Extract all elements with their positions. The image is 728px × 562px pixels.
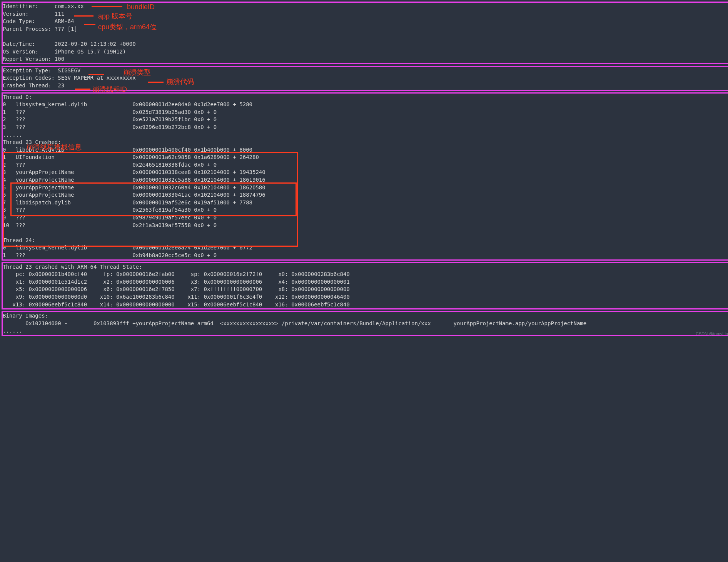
row-crashthread: Crashed Thread: 23 [3,82,64,89]
thread23-frame: 8 ??? 0x2563fe819af54a30 0x0 + 0 [3,207,217,213]
binary-images-section: Binary Images: 0x102104000 - 0x103893fff… [2,311,728,336]
row-osver: OS Version: iPhone OS 15.7 (19H12) [3,49,126,55]
row-reportver: Report Version: 100 [3,56,64,62]
thread23-frame: 7 libdispatch.dylib 0x000000019af52e6c 0… [3,199,252,206]
state-row: x13: 0x00006eebf5c1c840 x14: 0x000000000… [3,301,350,308]
connector-line [74,15,94,17]
thread23-frame: 3 yourAppProjectName 0x000000010338cee8 … [3,169,265,175]
thread23-frame: 5 yourAppProjectName 0x00000001032c60a4 … [3,184,265,191]
thread23-frame: 6 yourAppProjectName 0x00000001033041ac … [3,192,265,198]
binary-title: Binary Images: [3,313,48,319]
ann-crashthreadid: 崩溃线程ID [92,85,127,94]
thread24-frame: 0 libsystem_kernel.dylib 0x00000001d2ee8… [3,244,252,251]
row-identifier: Identifier: com.xx.xx [3,3,84,9]
connector-line [84,24,95,25]
state-row: x1: 0x00000001e514d1c2 x2: 0x00000000000… [3,279,350,285]
state-row: x5: 0x0000000000000006 x6: 0x000000016e2… [3,286,350,292]
thread23-frame: 9 ??? 0x987949019af57eec 0x0 + 0 [3,214,217,221]
connector-line [88,74,104,75]
state-title: Thread 23 crashed with ARM-64 Thread Sta… [3,264,142,270]
ann-crashtype: 崩溃类型 [123,68,151,77]
thread0-frame: 3 ??? 0xe9296e819b272bc8 0x0 + 0 [3,124,217,130]
threads-section: Thread 0: 0 libsystem_kernel.dylib 0x000… [2,92,728,261]
row-version: Version: 111 [3,11,64,17]
row-parent: Parent Process: ??? [1] [3,26,77,32]
row-exccodes: Exception Codes: SEGV_MAPERR at xxxxxxxx… [3,75,136,81]
ann-cputype: cpu类型，arm64位 [98,22,157,32]
watermark: CSDN @tomyLin [696,331,728,337]
row-exctype: Exception Type: SIGSEGV [3,67,80,74]
state-row: x9: 0x00000000000000d0 x10: 0x6ae1000283… [3,294,350,300]
thread23-frame: 4 yourAppProjectName 0x00000001032c5a88 … [3,177,265,183]
thread24-frame: 1 ??? 0xb94b8a020cc5ce5c 0x0 + 0 [3,252,217,258]
ann-crashcode: 崩溃代码 [166,77,194,87]
state-row: pc: 0x00000001b400cf40 fp: 0x000000016e2… [3,271,350,277]
thread24-header: Thread 24: [3,237,35,243]
thread-state-section: Thread 23 crashed with ARM-64 Thread Sta… [2,262,728,310]
binary-dots: ...... [3,328,22,334]
thread23-frame: 1 UIFoundation 0x00000001a62c9858 0x1a62… [3,154,259,160]
row-codetype: Code Type: ARM-64 [3,18,74,24]
thread0-frame: 0 libsystem_kernel.dylib 0x00000001d2ee8… [3,101,252,107]
connector-line [75,89,90,90]
dots: ...... [3,132,22,138]
ann-bundleid: bundleID [127,2,155,12]
thread0-header: Thread 0: [3,94,32,100]
binary-line: 0x102104000 - 0x103893fff +yourAppProjec… [3,320,586,326]
thread23-frame: 10 ??? 0x2f1a3a019af57558 0x0 + 0 [3,222,217,228]
header-section: Identifier: com.xx.xx Version: 111 Code … [2,2,728,64]
thread23-frame: 2 ??? 0x2e4651810338fdac 0x0 + 0 [3,162,217,168]
ann-appversion: app 版本号 [98,12,132,21]
row-datetime: Date/Time: 2022-09-20 12:13:02 +0000 [3,41,136,47]
connector-line [92,6,122,7]
thread0-frame: 2 ??? 0xe521a7019b25f1bc 0x0 + 0 [3,116,217,122]
connector-line [148,82,164,83]
ann-crashstack: 崩溃线程堆栈信息 [26,142,82,152]
thread0-frame: 1 ??? 0x025d73819b25ad30 0x0 + 0 [3,109,217,115]
